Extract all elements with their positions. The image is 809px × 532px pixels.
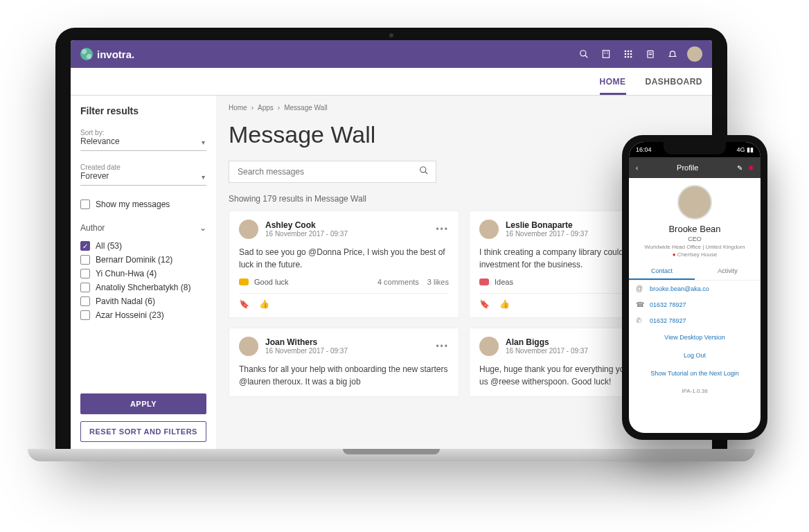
- user-avatar[interactable]: [687, 46, 702, 62]
- app-screen: invotra. HOME DASHBOARD: [71, 40, 712, 450]
- profile-block: Brooke Bean CEO Worldwide Head Office | …: [629, 178, 761, 263]
- search-input[interactable]: [236, 166, 414, 177]
- sort-select[interactable]: Sort by: Relevance: [80, 126, 206, 151]
- bell-icon[interactable]: ✺: [748, 164, 754, 172]
- author-label: Pavith Nadal (6): [96, 296, 155, 306]
- profile-name: Brooke Bean: [668, 224, 720, 234]
- reset-button[interactable]: RESET SORT AND FILTERS: [80, 421, 206, 442]
- tag-label: Good luck: [254, 278, 289, 286]
- message-card: Joan Withers16 November 2017 - 09:37•••T…: [229, 328, 459, 397]
- svg-point-19: [420, 167, 426, 172]
- brand-name: invotra.: [97, 48, 134, 60]
- message-card: Ashley Cook16 November 2017 - 09:37•••Sa…: [229, 211, 459, 318]
- tab-contact[interactable]: Contact: [629, 263, 695, 280]
- apps-icon[interactable]: [621, 46, 636, 62]
- svg-rect-9: [630, 51, 632, 52]
- brand-logo[interactable]: invotra.: [80, 48, 134, 60]
- building-icon[interactable]: [598, 46, 614, 62]
- author-avatar[interactable]: [239, 337, 258, 356]
- author-avatar[interactable]: [479, 220, 499, 239]
- svg-rect-11: [628, 53, 629, 55]
- contact-value: 01632 78927: [650, 317, 686, 324]
- contact-value: brooke.bean@aka.co: [650, 285, 709, 292]
- message-text: Sad to see you go @Donna Price, I wish y…: [239, 246, 449, 271]
- chevron-down-icon: ⌄: [199, 223, 206, 233]
- bookmark-icon[interactable]: 🔖: [479, 299, 490, 309]
- search-icon[interactable]: [576, 46, 592, 62]
- show-mine-label: Show my messages: [96, 200, 170, 209]
- laptop-base: [28, 449, 755, 461]
- like-count[interactable]: 3 likes: [427, 278, 449, 286]
- phone-header: ‹ Profile ✎ ✺: [629, 157, 761, 178]
- message-timestamp: 16 November 2017 - 09:37: [506, 230, 588, 238]
- show-mine-checkbox[interactable]: Show my messages: [80, 200, 206, 209]
- filter-sidebar: Filter results Sort by: Relevance Create…: [71, 96, 216, 450]
- status-signal: 4G ▮▮: [736, 146, 754, 153]
- author-name: Ashley Cook: [265, 220, 348, 230]
- card-menu-icon[interactable]: •••: [436, 224, 449, 234]
- author-name: Leslie Bonaparte: [506, 220, 588, 230]
- checkbox-icon: [80, 269, 90, 278]
- profile-location: ● Chertsey House: [673, 251, 717, 258]
- search-box[interactable]: [229, 161, 436, 183]
- contact-icon: ☎: [636, 301, 644, 308]
- contact-row[interactable]: ☎01632 78927: [629, 296, 761, 312]
- author-checkbox[interactable]: Azar Hosseini (23): [80, 310, 206, 320]
- search-icon[interactable]: [419, 166, 429, 178]
- svg-rect-10: [625, 53, 626, 55]
- author-checkbox[interactable]: Anatoliy Shcherbatykh (8): [80, 283, 206, 292]
- author-label: Bernarr Dominik (12): [96, 255, 172, 265]
- apply-button[interactable]: APPLY: [80, 393, 206, 414]
- tag-label: Ideas: [495, 278, 513, 286]
- edit-icon[interactable]: ✎: [737, 164, 743, 172]
- comment-count[interactable]: 4 comments: [377, 278, 419, 286]
- author-label: Anatoliy Shcherbatykh (8): [96, 283, 190, 292]
- crumb[interactable]: Apps: [258, 104, 274, 112]
- svg-rect-8: [628, 51, 629, 52]
- author-section-toggle[interactable]: Author ⌄: [80, 223, 206, 233]
- top-bar: invotra.: [71, 40, 712, 68]
- author-checkbox[interactable]: Bernarr Dominik (12): [80, 255, 206, 265]
- chevron-right-icon: ›: [278, 104, 280, 112]
- svg-line-1: [585, 55, 588, 58]
- message-timestamp: 16 November 2017 - 09:37: [506, 347, 588, 355]
- link-logout[interactable]: Log Out: [629, 346, 761, 364]
- thumbs-up-icon[interactable]: 👍: [259, 299, 269, 309]
- author-checkbox[interactable]: Yi Chun-Hwa (4): [80, 269, 206, 278]
- bookmark-icon[interactable]: 🔖: [239, 299, 249, 309]
- date-select[interactable]: Created date Forever: [80, 161, 206, 186]
- profile-role: CEO: [688, 236, 702, 242]
- tab-dashboard[interactable]: DASHBOARD: [646, 68, 703, 95]
- chevron-right-icon: ›: [251, 104, 254, 112]
- back-icon[interactable]: ‹: [636, 164, 638, 172]
- checkbox-icon: [80, 200, 90, 209]
- author-list: ✓All (53)Bernarr Dominik (12)Yi Chun-Hwa…: [80, 237, 206, 324]
- contact-row[interactable]: ✆01632 78927: [629, 312, 761, 328]
- breadcrumb: Home › Apps › Message Wall: [229, 104, 700, 112]
- message-text: Thanks for all your help with onboarding…: [239, 363, 449, 388]
- svg-rect-13: [625, 56, 626, 57]
- contact-row[interactable]: @brooke.bean@aka.co: [629, 281, 761, 296]
- sort-label: Sort by:: [80, 129, 206, 136]
- clipboard-icon[interactable]: [643, 46, 658, 62]
- card-menu-icon[interactable]: •••: [436, 342, 449, 351]
- bell-icon[interactable]: [665, 46, 680, 62]
- tab-activity[interactable]: Activity: [695, 263, 761, 280]
- svg-rect-15: [630, 56, 632, 57]
- author-label: Author: [80, 223, 105, 233]
- author-avatar[interactable]: [239, 220, 258, 239]
- author-avatar[interactable]: [479, 337, 499, 356]
- tab-home[interactable]: HOME: [600, 68, 626, 95]
- author-checkbox[interactable]: Pavith Nadal (6): [80, 296, 206, 306]
- thumbs-up-icon[interactable]: 👍: [499, 299, 510, 309]
- svg-line-20: [425, 172, 428, 175]
- checkbox-icon: [80, 283, 90, 292]
- author-name: Joan Withers: [265, 337, 348, 347]
- link-tutorial[interactable]: Show Tutorial on the Next Login: [629, 364, 761, 382]
- crumb[interactable]: Home: [229, 104, 247, 112]
- profile-avatar[interactable]: [677, 185, 712, 220]
- contact-icon: ✆: [636, 317, 644, 324]
- message-timestamp: 16 November 2017 - 09:37: [265, 230, 348, 238]
- author-checkbox[interactable]: ✓All (53): [80, 241, 206, 251]
- link-desktop[interactable]: View Desktop Version: [629, 328, 761, 346]
